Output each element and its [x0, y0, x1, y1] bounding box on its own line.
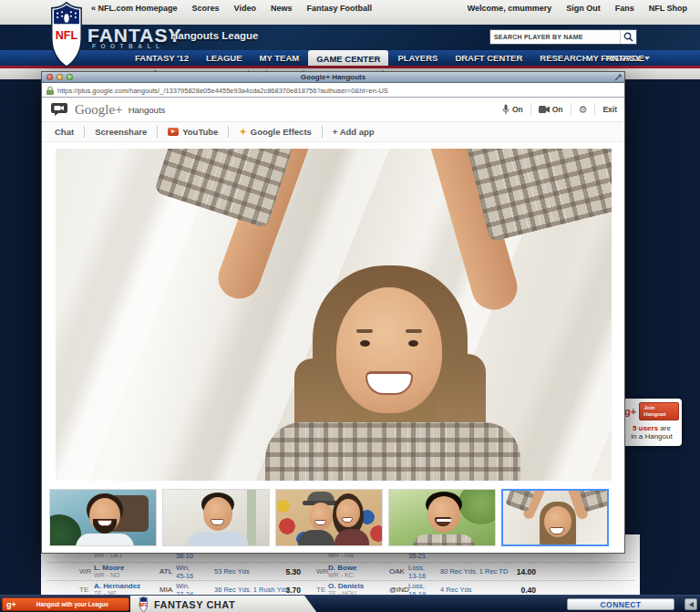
player-name-link[interactable]: O. Daniels — [328, 582, 364, 590]
result-cell[interactable]: Win, — [176, 582, 190, 590]
result-cell[interactable]: Win, — [176, 564, 190, 572]
result-cell[interactable]: Loss, — [408, 582, 425, 590]
link-video[interactable]: Video — [234, 4, 256, 25]
tab-screenshare[interactable]: Screenshare — [95, 127, 147, 137]
fantasy-chat-tab[interactable]: NFL FANTASY CHAT — [130, 596, 317, 612]
nav-draft-center[interactable]: DRAFT CENTER — [455, 53, 522, 63]
nav-fantasy-12[interactable]: FANTASY '12 — [135, 53, 189, 63]
svg-text:NFL: NFL — [139, 602, 149, 607]
participant-filmstrip — [42, 487, 624, 548]
participant-thumbnail-4[interactable] — [388, 489, 496, 546]
chevron-down-icon — [644, 57, 650, 60]
fantasy-chat-label: FANTASY CHAT — [154, 599, 235, 610]
users-count-text: are — [660, 424, 671, 432]
hangouts-app-icon — [51, 103, 67, 116]
divider — [571, 103, 571, 116]
nav-players[interactable]: PLAYERS — [397, 53, 438, 63]
users-count-number: 5 users — [633, 424, 658, 432]
row-divider — [46, 580, 634, 581]
window-title: Google+ Hangouts — [42, 73, 624, 81]
camera-toggle[interactable]: On — [539, 105, 563, 114]
nav-my-fantasy[interactable]: MY FANTASY — [586, 53, 650, 63]
points-cell: 0.40 — [498, 586, 536, 595]
tab-youtube-label: YouTube — [182, 127, 218, 137]
tab-add-app[interactable]: + Add app — [333, 127, 375, 137]
join-hangout-card: g+ Join Hangout 5 users are in a Hangout — [622, 399, 682, 446]
points-cell: 5.30 — [262, 567, 301, 576]
hangout-with-league-label: Hangout with your League — [20, 601, 125, 607]
player-name-link[interactable]: D. Bowe — [328, 564, 357, 572]
player-sub: WR - NO — [94, 572, 119, 578]
settings-gear-icon[interactable] — [579, 104, 588, 116]
participant-thumbnail-3[interactable] — [275, 489, 383, 546]
connect-button[interactable]: CONNECT — [567, 598, 674, 610]
search-button[interactable] — [620, 30, 636, 44]
divider — [530, 103, 531, 116]
opponent-cell: OAK — [389, 567, 405, 576]
video-subject-face — [336, 287, 442, 413]
join-hangout-button[interactable]: Join Hangout — [639, 402, 679, 420]
participant-thumbnail-self[interactable] — [501, 489, 609, 546]
tab-google-effects[interactable]: Google Effects — [239, 127, 311, 137]
url-text: https://plus.google.com/hangouts/_/13379… — [57, 87, 388, 95]
sparkle-icon — [239, 127, 246, 137]
tab-chat[interactable]: Chat — [55, 127, 74, 137]
result-score[interactable]: 13-16 — [408, 572, 426, 580]
position-cell: TE — [79, 586, 88, 594]
main-nav: FANTASY '12 LEAGUE MY TEAM GAME CENTER P… — [0, 50, 700, 66]
player-name-link[interactable]: A. Hernandez — [94, 582, 140, 590]
divider — [594, 103, 595, 116]
video-subject — [464, 149, 612, 243]
link-fantasy-football[interactable]: Fantasy Football — [306, 4, 372, 25]
utility-links-left: « NFL.com Homepage Scores Video News Fan… — [91, 4, 372, 25]
fantasy-brand-subtitle: FOOTBALL — [92, 43, 164, 49]
svg-text:NFL: NFL — [56, 29, 78, 42]
nfl-shield-logo[interactable]: NFL — [50, 2, 83, 67]
camera-icon — [539, 106, 550, 113]
divider — [322, 126, 323, 138]
browser-url-bar[interactable]: https://plus.google.com/hangouts/_/13379… — [42, 84, 624, 98]
result-cell[interactable]: Loss, — [408, 564, 425, 572]
nav-league[interactable]: LEAGUE — [206, 53, 242, 63]
window-title-bar: Google+ Hangouts — [42, 72, 624, 83]
site-header: FANTASY FOOTBALL Hangouts League — [0, 25, 700, 50]
hangout-app-bar: Google+ Hangouts On On — [42, 98, 624, 121]
nav-my-team[interactable]: MY TEAM — [260, 53, 300, 63]
divider — [84, 126, 85, 138]
link-nfl-shop[interactable]: NFL Shop — [649, 4, 687, 25]
link-news[interactable]: News — [271, 4, 293, 25]
nfl-fantasy-page: « NFL.com Homepage Scores Video News Fan… — [0, 0, 700, 612]
resize-icon[interactable] — [614, 74, 622, 81]
link-fans[interactable]: Fans — [615, 4, 634, 25]
link-nfl-homepage[interactable]: « NFL.com Homepage — [91, 4, 178, 25]
player-name-link[interactable]: L. Moore — [94, 564, 124, 572]
search-input[interactable] — [490, 30, 620, 44]
result-score[interactable]: 45-16 — [176, 572, 193, 580]
position-cell: WR — [79, 567, 91, 576]
google-plus-logo[interactable]: Google+ — [75, 102, 123, 118]
hangout-with-league-button[interactable]: g+ Hangout with your League — [2, 597, 129, 611]
tab-youtube[interactable]: YouTube — [168, 127, 218, 137]
nav-research[interactable]: RESEARCH — [540, 53, 588, 63]
microphone-toggle[interactable]: On — [502, 104, 523, 115]
exit-button[interactable]: Exit — [602, 105, 617, 114]
hangouts-product-label: Hangouts — [129, 105, 166, 115]
main-video-feed[interactable] — [56, 149, 612, 481]
participant-thumbnail-1[interactable] — [49, 489, 157, 546]
participant-thumbnail-2[interactable] — [162, 489, 270, 546]
gplus-icon: g+ — [624, 406, 636, 417]
position-cell: TE — [316, 586, 325, 594]
points-cell: 14.00 — [498, 567, 536, 576]
link-sign-out[interactable]: Sign Out — [566, 4, 601, 25]
player-search — [489, 29, 637, 45]
stats-cell: 53 Rec Yds — [214, 567, 250, 576]
collapse-chat-button[interactable] — [685, 598, 697, 610]
divider — [157, 126, 158, 138]
my-fantasy-label: MY FANTASY — [586, 53, 641, 63]
league-name: Hangouts League — [170, 30, 258, 41]
camera-status-label: On — [552, 105, 563, 114]
tab-google-effects-label: Google Effects — [251, 127, 312, 137]
row-divider — [46, 562, 634, 563]
utility-links-right: Welcome, cmummery Sign Out Fans NFL Shop — [468, 4, 687, 25]
link-scores[interactable]: Scores — [192, 4, 220, 25]
